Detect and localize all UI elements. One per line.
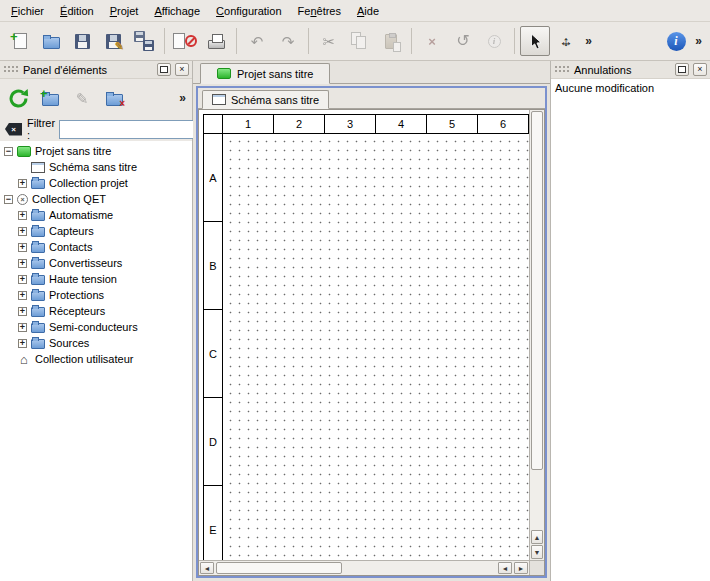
tree-item-label: Protections — [49, 289, 104, 301]
tree-item-label: Projet sans titre — [35, 145, 111, 157]
hscroll-thumb[interactable] — [216, 562, 342, 574]
save-button[interactable] — [67, 26, 97, 56]
application-window: FichierÉditionProjetAffichageConfigurati… — [0, 0, 710, 581]
tree-item-label: Récepteurs — [49, 305, 105, 317]
new-document-button[interactable]: + — [5, 26, 35, 56]
tab-schema[interactable]: Schéma sans titre — [202, 90, 329, 109]
tree-item-convertisseurs[interactable]: +Convertisseurs — [0, 255, 192, 271]
column-ruler: 123456 — [223, 114, 529, 134]
menu-fichier[interactable]: Fichier — [3, 2, 52, 20]
menu-fen-tres[interactable]: Fenêtres — [290, 2, 349, 20]
close-icon: × — [179, 65, 184, 74]
vscroll-thumb[interactable] — [531, 111, 543, 470]
up-arrow-icon: ▲ — [534, 534, 541, 541]
toolbar-overflow-button[interactable]: » — [582, 26, 595, 56]
tree-item-haute-tension[interactable]: +Haute tension — [0, 271, 192, 287]
new-element-button[interactable]: + — [35, 83, 65, 113]
save-as-icon: ✎ — [101, 29, 125, 53]
hscroll-track[interactable] — [216, 562, 496, 574]
tree-item-collection-qet[interactable]: −×Collection QET — [0, 191, 192, 207]
collapse-icon[interactable]: − — [4, 147, 13, 156]
tree-item-label: Collection utilisateur — [35, 353, 133, 365]
delete-element-button[interactable]: × — [99, 83, 129, 113]
save-all-button[interactable] — [129, 26, 159, 56]
close-document-icon — [173, 29, 197, 53]
menu-dition[interactable]: Édition — [52, 2, 102, 20]
tree-item-sch-ma-sans-titre[interactable]: Schéma sans titre — [0, 159, 192, 175]
expand-icon[interactable]: + — [18, 259, 27, 268]
tree-item-automatisme[interactable]: +Automatisme — [0, 207, 192, 223]
delete-element-icon: × — [102, 86, 126, 110]
vertical-scrollbar[interactable]: ▲ ▼ — [529, 110, 544, 560]
tree-item-semi-conducteurs[interactable]: +Semi-conducteurs — [0, 319, 192, 335]
expand-icon[interactable]: + — [18, 339, 27, 348]
tree-item-sources[interactable]: +Sources — [0, 335, 192, 351]
dock-grip[interactable] — [3, 65, 19, 74]
select-mode-button[interactable] — [520, 26, 550, 56]
tree-item-capteurs[interactable]: +Capteurs — [0, 223, 192, 239]
folder-icon — [31, 209, 45, 221]
collapse-icon[interactable]: − — [4, 195, 13, 204]
column-label: 4 — [376, 114, 427, 134]
scrollbar-corner — [529, 560, 544, 575]
scroll-up-button[interactable]: ▲ — [531, 530, 543, 544]
elements-float-button[interactable] — [157, 63, 171, 76]
diagram-page[interactable]: 123456 ABCDE — [199, 110, 529, 560]
tab-project[interactable]: Projet sans titre — [200, 63, 330, 84]
expand-icon[interactable]: + — [18, 275, 27, 284]
undo-float-button[interactable] — [675, 63, 689, 76]
tree-item-protections[interactable]: +Protections — [0, 287, 192, 303]
expand-icon[interactable]: + — [18, 227, 27, 236]
expand-icon[interactable]: + — [18, 307, 27, 316]
elements-panel: Panel d'éléments × +✎×» × Filtrer : −Pro… — [0, 61, 193, 581]
elements-close-button[interactable]: × — [175, 63, 189, 76]
undo-close-button[interactable]: × — [693, 63, 707, 76]
expand-icon[interactable]: + — [18, 243, 27, 252]
expand-icon[interactable]: + — [18, 291, 27, 300]
tree-item-collection-utilisateur[interactable]: ⌂Collection utilisateur — [0, 351, 192, 367]
reload-collections-button[interactable] — [3, 83, 33, 113]
close-document-button[interactable] — [170, 26, 200, 56]
tab-schema-label: Schéma sans titre — [231, 94, 319, 106]
column-label: 2 — [274, 114, 325, 134]
open-project-button[interactable] — [36, 26, 66, 56]
menu-configuration[interactable]: Configuration — [208, 2, 289, 20]
tree-item-projet-sans-titre[interactable]: −Projet sans titre — [0, 143, 192, 159]
right-overflow-button[interactable]: » — [692, 26, 705, 56]
elements-overflow-button[interactable]: » — [176, 83, 189, 113]
move-mode-button[interactable]: ↔↕ — [551, 26, 581, 56]
collection-icon — [31, 177, 45, 189]
expand-icon[interactable]: + — [18, 179, 27, 188]
print-button[interactable] — [201, 26, 231, 56]
tree-item-collection-projet[interactable]: +Collection projet — [0, 175, 192, 191]
save-as-button[interactable]: ✎ — [98, 26, 128, 56]
expand-icon[interactable]: + — [18, 211, 27, 220]
filter-input[interactable] — [59, 120, 209, 139]
expand-icon[interactable]: + — [18, 323, 27, 332]
about-button[interactable]: i — [661, 26, 691, 56]
tree-item-contacts[interactable]: +Contacts — [0, 239, 192, 255]
tree-item-r-cepteurs[interactable]: +Récepteurs — [0, 303, 192, 319]
filter-clear-button[interactable]: × — [4, 119, 23, 139]
cut-icon: ✂ — [317, 29, 341, 53]
scroll-left-button[interactable]: ◄ — [200, 562, 214, 574]
project-tabbar: Projet sans titre — [193, 61, 550, 84]
scroll-right-button[interactable]: ► — [514, 562, 528, 574]
delete-button: × — [417, 26, 447, 56]
diagram-grid[interactable] — [223, 134, 529, 560]
schema-view[interactable]: 123456 ABCDE ▲ ▼ — [198, 109, 545, 576]
horizontal-scrollbar[interactable]: ◄ ◄ ► — [199, 560, 529, 575]
folder-icon — [31, 257, 45, 269]
float-icon — [160, 66, 168, 73]
scroll-left-button-2[interactable]: ◄ — [498, 562, 512, 574]
menu-affichage[interactable]: Affichage — [146, 2, 208, 20]
dock-grip[interactable] — [554, 65, 570, 74]
undo-history-list[interactable]: Aucune modification — [551, 79, 710, 581]
menu-projet[interactable]: Projet — [102, 2, 147, 20]
copy-icon — [348, 29, 372, 53]
menu-aide[interactable]: Aide — [349, 2, 387, 20]
row-label: C — [203, 310, 223, 398]
element-info-button: i — [479, 26, 509, 56]
scroll-down-button[interactable]: ▼ — [531, 545, 543, 559]
vscroll-track[interactable] — [531, 111, 543, 529]
